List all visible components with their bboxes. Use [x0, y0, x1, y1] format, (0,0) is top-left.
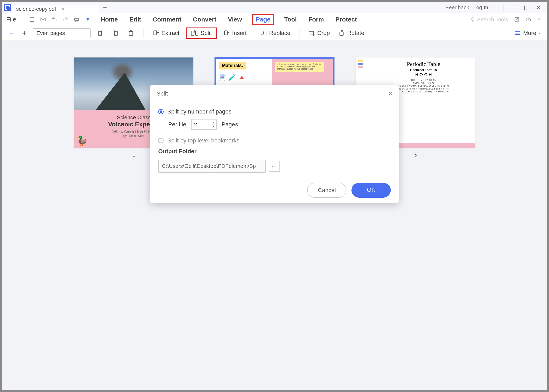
output-folder-label: Output Folder [158, 148, 391, 155]
menu-view[interactable]: View [227, 14, 243, 25]
radio-split-by-pages[interactable]: Split by number of pages [158, 108, 391, 115]
menu-home[interactable]: Home [99, 14, 119, 25]
svg-rect-16 [340, 32, 343, 35]
app-logo-icon [4, 4, 11, 11]
window-maximize-icon[interactable]: ▢ [522, 3, 530, 12]
svg-rect-12 [195, 31, 198, 35]
rotate-left-icon[interactable] [95, 28, 106, 38]
search-placeholder: Search Tools [477, 16, 508, 23]
thumb2-materials: Materials: [219, 62, 246, 70]
svg-rect-5 [75, 20, 78, 22]
replace-button[interactable]: Replace [258, 28, 292, 38]
new-tab-button[interactable]: + [103, 4, 107, 11]
rotate-label: Rotate [347, 30, 364, 36]
svg-rect-7 [99, 31, 102, 35]
print-icon[interactable] [73, 16, 80, 23]
menu-comment[interactable]: Comment [151, 14, 182, 25]
extract-label: Extract [161, 30, 179, 36]
svg-rect-0 [30, 17, 34, 21]
mail-icon[interactable] [39, 16, 47, 23]
crop-label: Crop [317, 30, 330, 36]
redo-icon[interactable] [62, 16, 69, 23]
svg-rect-10 [154, 31, 157, 35]
svg-rect-1 [31, 17, 33, 19]
feedback-link[interactable]: Feedback [446, 4, 469, 11]
split-button[interactable]: Split [186, 28, 217, 39]
page-number-3: 3 [414, 151, 417, 158]
spin-up-icon[interactable]: ▲ [210, 121, 216, 125]
save-icon[interactable] [28, 16, 36, 23]
menu-protect[interactable]: Protect [334, 14, 358, 25]
radio-checked-icon [158, 109, 164, 114]
cancel-button[interactable]: Cancel [307, 183, 347, 198]
menu-page[interactable]: Page [252, 14, 274, 25]
zoom-out-button[interactable]: − [7, 28, 16, 39]
undo-icon[interactable] [50, 16, 58, 23]
output-path-input[interactable] [158, 160, 266, 173]
menu-bar: File ▼ Home Edit Comment Convert View Pa… [2, 13, 547, 26]
page-filter-value: Even pages [36, 30, 65, 36]
page-number-1: 1 [132, 151, 135, 158]
window-minimize-icon[interactable]: ― [510, 3, 518, 12]
tab-close-icon[interactable]: × [61, 6, 64, 12]
search-tools[interactable]: Search Tools [470, 16, 508, 23]
svg-rect-9 [129, 31, 133, 35]
menu-tool[interactable]: Tool [283, 14, 298, 25]
menu-edit[interactable]: Edit [128, 14, 143, 25]
more-button[interactable]: More › [512, 28, 542, 38]
tab-bar: science-copy.pdf × + Feedback Log In ⋮ ―… [2, 2, 547, 13]
svg-rect-11 [191, 31, 194, 35]
page-filter-dropdown[interactable]: Even pages ⌄ [33, 28, 91, 38]
radio-split-by-bookmarks[interactable]: Split by top level bookmarks [158, 137, 391, 144]
more-label: More [523, 30, 536, 36]
cloud-upload-icon[interactable] [525, 17, 531, 22]
file-menu[interactable]: File [6, 16, 16, 23]
login-link[interactable]: Log In [473, 4, 488, 11]
svg-rect-15 [264, 32, 266, 35]
replace-label: Replace [269, 30, 290, 36]
page-toolbar: − + Even pages ⌄ Extract Split Insert ⌄ … [2, 26, 547, 41]
quick-dropdown-icon[interactable]: ▼ [84, 16, 92, 23]
browse-button[interactable]: ··· [269, 161, 280, 172]
kebab-menu-icon[interactable]: ⋮ [492, 4, 498, 11]
chevron-down-icon: ⌄ [249, 31, 252, 35]
duck-icon: 🦆 [76, 135, 88, 146]
thumb3-formula: H-O-O-H [374, 72, 473, 77]
menu-form[interactable]: Form [307, 14, 325, 25]
chevron-right-icon: › [538, 30, 540, 36]
dialog-title: Split [157, 90, 168, 97]
svg-rect-14 [261, 31, 263, 34]
app-window: science-copy.pdf × + Feedback Log In ⋮ ―… [2, 2, 547, 390]
ok-button[interactable]: OK [351, 183, 391, 198]
window-close-icon[interactable]: ✕ [535, 3, 543, 12]
rotate-button[interactable]: Rotate [336, 28, 366, 38]
svg-rect-2 [41, 18, 45, 21]
opt-pages-label: Split by number of pages [167, 108, 231, 115]
zoom-in-button[interactable]: + [20, 28, 29, 39]
extract-button[interactable]: Extract [150, 28, 181, 38]
spin-down-icon[interactable]: ▼ [210, 125, 216, 128]
per-file-input[interactable] [192, 120, 210, 129]
quick-access: ▼ [28, 16, 92, 23]
svg-rect-13 [224, 31, 227, 35]
insert-button[interactable]: Insert ⌄ [221, 28, 254, 38]
pages-unit-label: Pages [221, 121, 238, 128]
tab-title: science-copy.pdf [16, 6, 56, 12]
per-file-label: Per file [168, 121, 186, 128]
lightbulb-icon [470, 17, 475, 22]
radio-unchecked-icon [158, 138, 164, 143]
document-tab[interactable]: science-copy.pdf × [12, 5, 99, 13]
thumb3-title: Periodic Table [374, 61, 473, 67]
chevron-down-icon: ⌄ [84, 31, 87, 35]
open-external-icon[interactable] [514, 17, 520, 22]
title-right: Feedback Log In ⋮ ― ▢ ✕ [446, 3, 543, 12]
delete-page-icon[interactable] [125, 28, 136, 38]
insert-label: Insert [232, 30, 247, 36]
rotate-right-icon[interactable] [110, 28, 121, 38]
menu-convert[interactable]: Convert [192, 14, 218, 25]
dialog-close-icon[interactable]: × [388, 90, 392, 97]
collapse-ribbon-icon[interactable] [537, 17, 543, 22]
page-thumbnails-area: Science Class Volcanic Experim Willow Cr… [2, 41, 547, 390]
crop-button[interactable]: Crop [306, 28, 332, 38]
svg-rect-8 [114, 31, 117, 35]
